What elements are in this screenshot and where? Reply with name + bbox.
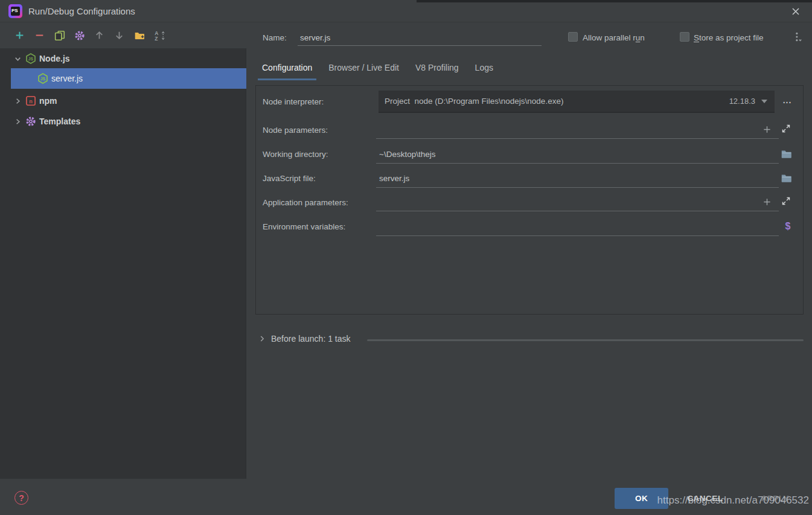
tree-item-templates[interactable]: Templates [0, 112, 246, 130]
more-options-button[interactable] [792, 31, 804, 43]
help-button[interactable]: ? [14, 491, 28, 505]
add-configuration-button[interactable] [10, 27, 30, 44]
chevron-down-icon[interactable] [13, 54, 23, 63]
node-parameters-add-button[interactable] [761, 124, 772, 135]
run-debug-configurations-dialog: PS Run/Debug Configurations [0, 0, 812, 515]
move-down-button[interactable] [109, 27, 129, 44]
node-parameters-label: Node parameters: [263, 126, 328, 135]
tab-logs[interactable]: Logs [471, 60, 497, 80]
arrow-down-icon [114, 30, 124, 40]
store-project-label[interactable]: Store as project file [694, 33, 764, 42]
configurations-tree: JS Node.js JS server.js n [0, 48, 246, 479]
application-parameters-field[interactable] [376, 211, 779, 211]
expand-icon [781, 196, 791, 206]
node-parameters-expand-button[interactable] [781, 123, 791, 134]
node-interpreter-select[interactable]: Project node (D:\Program Files\nodejs\no… [379, 91, 775, 113]
new-folder-button[interactable] [129, 27, 149, 44]
javascript-file-browse-button[interactable] [780, 172, 792, 184]
svg-text:Z: Z [155, 36, 158, 41]
application-parameters-add-button[interactable] [761, 196, 772, 207]
working-directory-value[interactable]: ~\Desktop\thejs [379, 150, 435, 159]
node-interpreter-label: Node interpreter: [263, 97, 324, 106]
javascript-file-value[interactable]: server.js [379, 174, 409, 183]
edit-templates-button[interactable] [69, 27, 89, 44]
npm-icon: n [25, 95, 36, 106]
environment-variables-field[interactable] [376, 235, 779, 236]
tree-item-npm[interactable]: n npm [0, 92, 246, 110]
tree-item-label: server.js [51, 74, 83, 83]
tree-item-label: Templates [39, 117, 80, 126]
configurations-toolbar: A Z [0, 22, 246, 48]
remove-configuration-button[interactable] [30, 27, 50, 44]
working-directory-label: Working directory: [263, 150, 328, 159]
chevron-right-icon [258, 334, 266, 343]
svg-text:JS: JS [40, 77, 46, 81]
gear-icon [25, 116, 36, 127]
environment-variables-label: Environment variables: [263, 222, 345, 231]
chevron-down-icon [761, 100, 767, 103]
new-folder-icon [134, 30, 145, 41]
phpstorm-app-icon-letters: PS [11, 7, 20, 16]
javascript-file-field[interactable] [376, 187, 779, 188]
name-label: Name: [263, 33, 287, 42]
arrow-up-icon [94, 30, 104, 40]
tree-item-label: Node.js [39, 54, 70, 63]
environment-variables-insert-button[interactable]: $ [782, 220, 793, 232]
chevron-right-icon[interactable] [13, 97, 23, 106]
help-icon: ? [19, 493, 24, 503]
node-version: 12.18.3 [729, 97, 755, 106]
minus-icon [34, 30, 45, 40]
chevron-right-icon[interactable] [13, 117, 23, 126]
sort-az-icon: A Z [154, 30, 165, 41]
tab-v8-profiling[interactable]: V8 Profiling [411, 60, 463, 80]
window-title: Run/Debug Configurations [28, 6, 135, 16]
tree-item-nodejs[interactable]: JS Node.js [0, 50, 246, 68]
ok-button[interactable]: OK [615, 488, 668, 509]
copy-configuration-button[interactable] [50, 27, 69, 44]
svg-text:JS: JS [28, 57, 34, 61]
before-launch-toggle[interactable]: Before launch: 1 task [258, 334, 351, 344]
working-directory-field[interactable] [376, 163, 779, 164]
screenshot-edge-strip [417, 0, 812, 2]
node-interpreter-value: Project node (D:\Program Files\nodejs\no… [385, 97, 729, 106]
phpstorm-app-icon: PS [8, 4, 22, 18]
tab-configuration[interactable]: Configuration [258, 60, 316, 80]
cancel-button[interactable]: CANCEL [682, 488, 728, 509]
tree-item-serverjs[interactable]: JS server.js [11, 68, 246, 89]
configuration-tabs: Configuration Browser / Live Edit V8 Pro… [258, 60, 505, 80]
allow-parallel-label[interactable]: Allow parallel run [583, 33, 645, 42]
gear-icon [74, 30, 85, 41]
svg-text:n: n [29, 98, 33, 104]
close-button[interactable] [787, 4, 804, 19]
dollar-icon: $ [785, 221, 791, 232]
apply-button[interactable]: APPLY [756, 488, 794, 509]
javascript-file-label: JavaScript file: [263, 174, 316, 183]
sort-alphabetically-button[interactable]: A Z [149, 27, 169, 44]
allow-parallel-checkbox[interactable] [568, 32, 578, 42]
before-launch-separator [367, 339, 804, 341]
folder-icon [781, 173, 792, 184]
application-parameters-expand-button[interactable] [781, 196, 791, 206]
kebab-menu-icon [792, 31, 803, 42]
nodejs-icon: JS [37, 73, 48, 84]
plus-icon [14, 30, 25, 40]
folder-icon [781, 149, 792, 160]
close-icon [791, 7, 801, 16]
application-parameters-label: Application parameters: [263, 198, 348, 207]
plus-icon [762, 197, 772, 206]
tree-item-label: npm [39, 96, 57, 106]
move-up-button[interactable] [89, 27, 109, 44]
copy-icon [54, 30, 65, 41]
nodejs-icon: JS [25, 53, 36, 64]
name-input[interactable] [298, 30, 542, 46]
store-project-checkbox[interactable] [680, 32, 689, 42]
before-launch-label: Before launch: 1 task [271, 334, 351, 344]
node-parameters-field[interactable] [376, 138, 779, 139]
working-directory-browse-button[interactable] [780, 148, 792, 160]
plus-icon [762, 125, 772, 134]
tab-browser-live-edit[interactable]: Browser / Live Edit [324, 60, 403, 80]
expand-icon [781, 124, 791, 133]
interpreter-browse-button[interactable]: ... [779, 95, 796, 107]
